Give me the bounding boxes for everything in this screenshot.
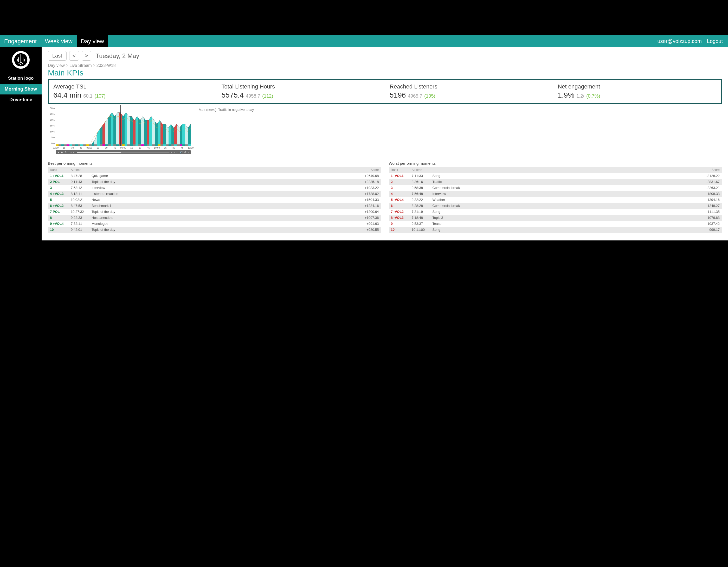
table-row[interactable]: 6 +VOL28:47:53Benchmark 1+1284.16 [48, 203, 381, 209]
x-tick-label: 10:00 [154, 146, 160, 149]
player-track[interactable] [77, 152, 170, 153]
svg-point-1 [18, 63, 20, 64]
cell-desc: Monologue [89, 221, 358, 227]
forward-icon[interactable]: » [188, 151, 189, 153]
segment-marker [136, 144, 138, 146]
cell-rank: 5 -VOL4 [389, 197, 410, 203]
table-row[interactable]: 7 POL10:27:32Topic of the day+1200.64 [48, 209, 381, 215]
table-row[interactable]: 1 +VOL18:47:28Quiz game+2649.68 [48, 173, 381, 179]
sidebar-item-drive-time[interactable]: Drive-time [0, 94, 42, 105]
table-row[interactable]: 28:36:16Traffic-2831.67 [389, 179, 722, 185]
x-tick-label: 07:00 [53, 146, 59, 149]
cell-airtime: 8:28:28 [410, 203, 430, 209]
segment-marker [89, 144, 92, 146]
x-tick-label: 30 [172, 146, 175, 149]
table-row[interactable]: 8 -VOL37:18:48Topic 3-1076.63 [389, 215, 722, 221]
cell-airtime: 8:18:11 [69, 191, 89, 197]
kpi-index-value: (105) [424, 93, 435, 99]
cell-score: +1284.16 [358, 203, 381, 209]
cell-rank: 2 POL [48, 179, 69, 185]
svg-point-3 [20, 64, 21, 65]
engagement-chart[interactable]: 0%5%10%15%20%25%30%35% 07:0015304508:001… [48, 105, 191, 154]
table-row[interactable]: 510:02:21News+1504.33 [48, 197, 381, 203]
user-email[interactable]: user@voizzup.com [657, 38, 701, 44]
settings-icon[interactable]: ⚙ [184, 151, 186, 153]
cell-desc: Benchmark 1 [89, 203, 358, 209]
cell-desc: Commercial break [430, 203, 699, 209]
kpi-main-value: 5575.4 [222, 91, 244, 99]
main-content: Last < > Tuesday, 2 May Day view > Live … [42, 47, 728, 240]
segment-marker [83, 144, 86, 146]
last-button[interactable]: Last [48, 51, 67, 61]
segment-marker [116, 144, 119, 146]
kpi-title: Average TSL [53, 83, 212, 90]
table-row[interactable]: 4 +VOL38:18:11Listeners reaction+1788.02 [48, 191, 381, 197]
cell-score: +980.55 [358, 227, 381, 232]
table-row[interactable]: 37:53:12Interview+1983.22 [48, 185, 381, 191]
table-row[interactable]: 9 +VOL47:32:11Monologue+991.63 [48, 221, 381, 227]
table-row[interactable]: 68:28:28Commercial break-1248.27 [389, 203, 722, 209]
cell-rank: 6 +VOL2 [48, 203, 69, 209]
worst-moments-column: Worst performing moments Rank Air time S… [389, 161, 722, 232]
segment-marker [59, 144, 61, 146]
table-row[interactable]: 89:22:33Host anecdote+1097.36 [48, 215, 381, 221]
cell-airtime: 9:11:43 [69, 179, 89, 185]
breadcrumb[interactable]: Day view > Live Stream > 2023-W18 [48, 63, 722, 68]
cell-score: +1097.36 [358, 215, 381, 221]
nav-tab-engagement[interactable]: Engagement [0, 35, 41, 47]
cell-airtime: 10:11:00 [410, 227, 430, 232]
top-nav-left: EngagementWeek viewDay view [0, 35, 108, 47]
x-tick-label: 30 [105, 146, 108, 149]
segment-marker [188, 144, 191, 146]
audio-player[interactable]: ◄ ▶ ⟲ 1:59:45 4:00:00 🔊 ⚙ » [56, 150, 191, 154]
black-banner [0, 0, 728, 35]
nav-tab-day-view[interactable]: Day view [77, 35, 108, 47]
table-row[interactable]: 5 -VOL49:32:22Weather-1394.16 [389, 197, 722, 203]
prev-button[interactable]: < [69, 51, 79, 61]
cell-rank: 9 [389, 221, 410, 227]
cell-rank: 4 +VOL3 [48, 191, 69, 197]
segment-marker [105, 144, 108, 146]
cell-score: +2649.68 [358, 173, 381, 179]
cell-airtime: 8:47:28 [69, 173, 89, 179]
table-row[interactable]: 1010:11:00Song-999.17 [389, 227, 722, 232]
cell-rank: 4 [389, 191, 410, 197]
segment-marker [108, 144, 111, 146]
table-row[interactable]: 39:58:38Commercial break-2263.21 [389, 185, 722, 191]
y-tick-label: 30% [50, 107, 55, 109]
logout-link[interactable]: Logout [707, 38, 723, 44]
segment-marker [138, 144, 141, 146]
loop-icon[interactable]: ⟲ [65, 151, 67, 153]
nav-tab-week-view[interactable]: Week view [41, 35, 77, 47]
x-tick-label: 11:00 [188, 146, 194, 149]
y-tick-label: 20% [50, 119, 55, 121]
next-button[interactable]: > [82, 51, 92, 61]
segment-marker [92, 144, 94, 146]
table-row[interactable]: 2 POL9:11:43Topic of the day+2235.18 [48, 179, 381, 185]
sidebar-item-morning-show[interactable]: Morning Show [0, 84, 42, 94]
cell-desc: Topic 3 [430, 215, 699, 221]
col-score: Score [358, 167, 381, 173]
table-row[interactable]: 47:56:48Interview-1808.33 [389, 191, 722, 197]
table-row[interactable]: 7 -VOL27:31:19Song-1111.35 [389, 209, 722, 215]
kpi-card: Reached Listeners51964965.7(105) [385, 82, 553, 100]
col-rank: Rank [389, 167, 410, 173]
table-row[interactable]: 99:53:37Teaser-1037.42 [389, 221, 722, 227]
skip-back-icon[interactable]: ◄ [57, 151, 60, 153]
cell-airtime: 8:36:16 [410, 179, 430, 185]
cell-rank: 1 -VOL1 [389, 173, 410, 179]
table-row[interactable]: 109:42:01Topic of the day+980.55 [48, 227, 381, 232]
volume-icon[interactable]: 🔊 [180, 151, 183, 153]
kpi-index-value: (107) [94, 93, 105, 99]
cell-desc: Topic of the day [89, 179, 358, 185]
cell-desc: Song [430, 227, 699, 232]
segment-marker [171, 144, 174, 146]
x-tick-label: 15 [96, 146, 99, 149]
cell-desc: Song [430, 209, 699, 215]
play-icon[interactable]: ▶ [61, 151, 63, 153]
x-tick-label: 15 [164, 146, 167, 149]
cell-score: -2263.21 [698, 185, 722, 191]
segment-marker [166, 144, 169, 146]
table-row[interactable]: 1 -VOL17:11:33Song-3128.22 [389, 173, 722, 179]
col-rank: Rank [48, 167, 69, 173]
